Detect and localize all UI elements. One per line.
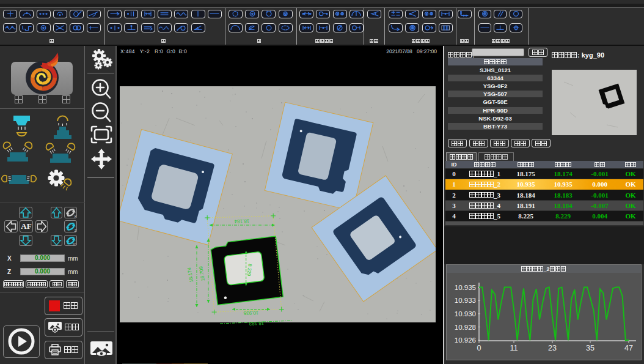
svg-text:X: X [74,215,76,218]
svg-text:11: 11 [510,344,518,352]
svg-text:10.935: 10.935 [243,310,258,316]
svg-text:10.926: 10.926 [455,336,476,344]
svg-text:18.184: 18.184 [234,218,249,225]
svg-text:47: 47 [624,344,633,352]
svg-text:10.928: 10.928 [455,324,476,331]
svg-text:0: 0 [477,344,481,352]
svg-text:10.930: 10.930 [455,310,476,318]
svg-text:10.933: 10.933 [455,297,476,304]
svg-text:Z: Z [75,228,77,232]
svg-text:23: 23 [548,344,557,352]
svg-text:35: 35 [586,344,595,352]
svg-text:10.935: 10.935 [455,284,476,291]
svg-text:18.183: 18.183 [249,321,264,327]
svg-text:Z0: Z0 [73,242,76,245]
